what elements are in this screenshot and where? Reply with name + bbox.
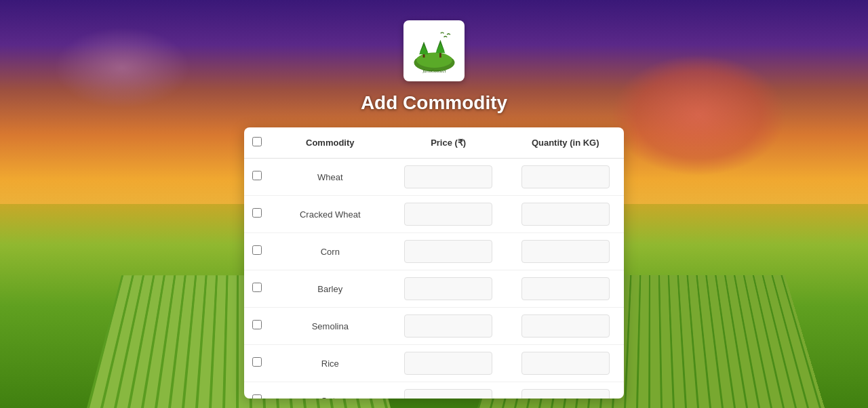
row-checkbox-cell <box>244 308 271 345</box>
quantity-cell-cracked-wheat <box>507 196 624 233</box>
row-checkbox-corn[interactable] <box>252 245 262 255</box>
price-input-oats[interactable] <box>404 389 492 399</box>
quantity-cell-wheat <box>507 159 624 196</box>
commodity-name-oats: Oats <box>271 382 390 399</box>
price-input-corn[interactable] <box>404 240 492 263</box>
price-cell-corn <box>390 233 507 270</box>
table-row: Corn <box>244 233 624 270</box>
row-checkbox-cell <box>244 345 271 382</box>
header-select <box>244 127 271 159</box>
commodity-name-rice: Rice <box>271 345 390 382</box>
table-body: Wheat Cracked Wheat Corn <box>244 159 624 399</box>
svg-point-1 <box>416 52 452 68</box>
quantity-input-wheat[interactable] <box>521 165 610 188</box>
table-header-row: Commodity Price (₹) Quantity (in KG) <box>244 127 624 159</box>
row-checkbox-semolina[interactable] <box>252 320 262 329</box>
svg-text:farmConnect: farmConnect <box>422 68 446 73</box>
price-input-wheat[interactable] <box>404 165 492 188</box>
quantity-cell-oats <box>507 382 624 399</box>
price-cell-wheat <box>390 159 507 196</box>
commodity-name-corn: Corn <box>271 233 390 270</box>
price-cell-oats <box>390 382 507 399</box>
table-row: Wheat <box>244 159 624 196</box>
table-row: Semolina <box>244 308 624 345</box>
quantity-input-oats[interactable] <box>521 389 610 399</box>
row-checkbox-rice[interactable] <box>252 357 262 367</box>
commodity-name-wheat: Wheat <box>271 159 390 196</box>
price-cell-semolina <box>390 308 507 345</box>
row-checkbox-cell <box>244 382 271 399</box>
commodity-name-barley: Barley <box>271 270 390 308</box>
quantity-input-barley[interactable] <box>521 277 610 300</box>
farmconnect-logo: farmConnect <box>409 26 460 77</box>
price-input-semolina[interactable] <box>404 314 492 338</box>
quantity-input-cracked-wheat[interactable] <box>521 203 610 226</box>
page-title: Add Commodity <box>361 92 507 114</box>
commodity-name-semolina: Semolina <box>271 308 390 345</box>
quantity-cell-semolina <box>507 308 624 345</box>
main-content: farmConnect Add Commodity Commodity Pric… <box>0 0 868 399</box>
logo-container: farmConnect <box>403 20 465 81</box>
header-commodity: Commodity <box>271 127 390 159</box>
table-row: Cracked Wheat <box>244 196 624 233</box>
header-quantity: Quantity (in KG) <box>507 127 624 159</box>
row-checkbox-cell <box>244 270 271 308</box>
price-cell-barley <box>390 270 507 308</box>
quantity-cell-barley <box>507 270 624 308</box>
row-checkbox-cell <box>244 159 271 196</box>
quantity-cell-corn <box>507 233 624 270</box>
table-row: Oats <box>244 382 624 399</box>
price-cell-cracked-wheat <box>390 196 507 233</box>
price-input-barley[interactable] <box>404 277 492 300</box>
row-checkbox-barley[interactable] <box>252 283 262 292</box>
commodity-name-cracked-wheat: Cracked Wheat <box>271 196 390 233</box>
header-price: Price (₹) <box>390 127 507 159</box>
quantity-input-semolina[interactable] <box>521 314 610 338</box>
table-row: Rice <box>244 345 624 382</box>
table-row: Barley <box>244 270 624 308</box>
price-input-rice[interactable] <box>404 352 492 375</box>
price-input-cracked-wheat[interactable] <box>404 203 492 226</box>
row-checkbox-cell <box>244 233 271 270</box>
row-checkbox-cracked-wheat[interactable] <box>252 208 262 218</box>
row-checkbox-cell <box>244 196 271 233</box>
svg-marker-4 <box>419 45 429 54</box>
svg-marker-7 <box>435 43 445 53</box>
row-checkbox-oats[interactable] <box>252 394 262 399</box>
quantity-input-rice[interactable] <box>521 352 610 375</box>
select-all-checkbox[interactable] <box>252 137 262 146</box>
quantity-input-corn[interactable] <box>521 240 610 263</box>
row-checkbox-wheat[interactable] <box>252 171 262 180</box>
quantity-cell-rice <box>507 345 624 382</box>
commodity-table: Commodity Price (₹) Quantity (in KG) Whe… <box>244 127 624 399</box>
price-cell-rice <box>390 345 507 382</box>
form-container: Commodity Price (₹) Quantity (in KG) Whe… <box>244 127 624 399</box>
